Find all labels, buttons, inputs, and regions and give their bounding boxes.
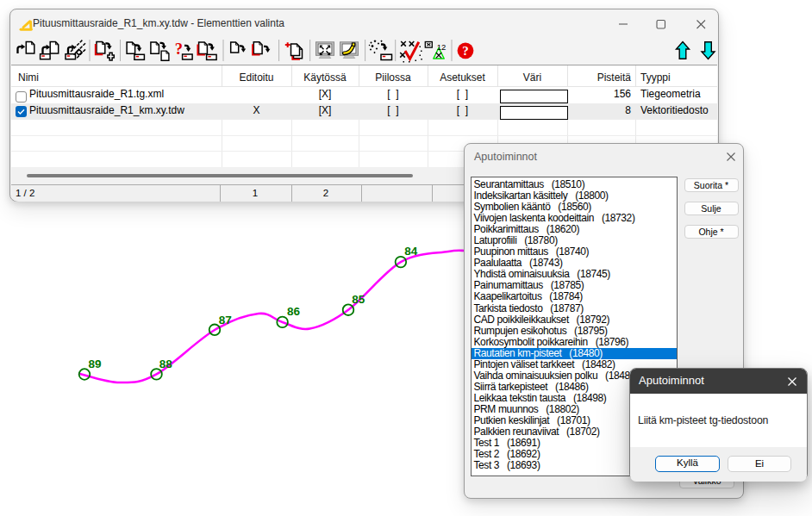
svg-text:85: 85 bbox=[352, 293, 365, 306]
svg-text:87: 87 bbox=[219, 314, 232, 326]
svg-text:?: ? bbox=[175, 40, 183, 58]
svg-text:89: 89 bbox=[89, 357, 102, 370]
svg-text:84: 84 bbox=[404, 245, 418, 258]
svg-text:12: 12 bbox=[437, 42, 447, 52]
svg-text:86: 86 bbox=[287, 305, 301, 318]
svg-text:?: ? bbox=[462, 44, 469, 58]
svg-text:88: 88 bbox=[159, 357, 173, 370]
